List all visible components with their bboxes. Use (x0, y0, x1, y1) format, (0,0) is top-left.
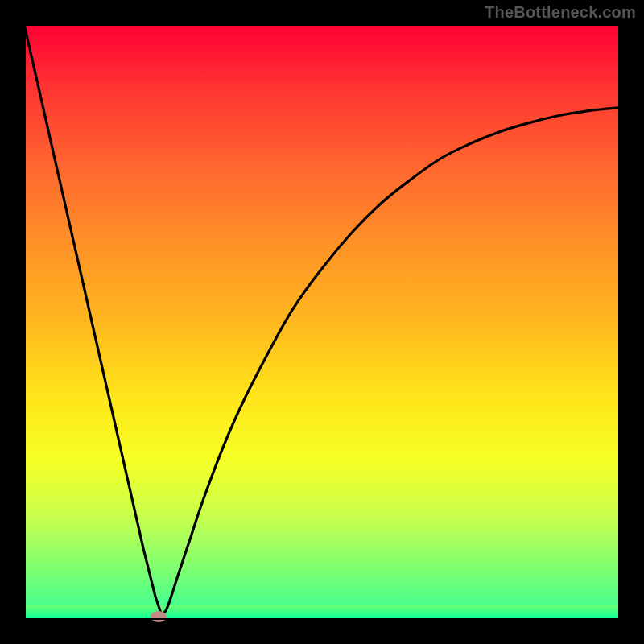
optimum-marker (151, 611, 167, 622)
curve-svg (24, 24, 620, 620)
chart-canvas: TheBottleneck.com (0, 0, 644, 644)
plot-area (24, 24, 620, 620)
bottleneck-curve-path (24, 24, 620, 614)
watermark-text: TheBottleneck.com (485, 3, 636, 22)
